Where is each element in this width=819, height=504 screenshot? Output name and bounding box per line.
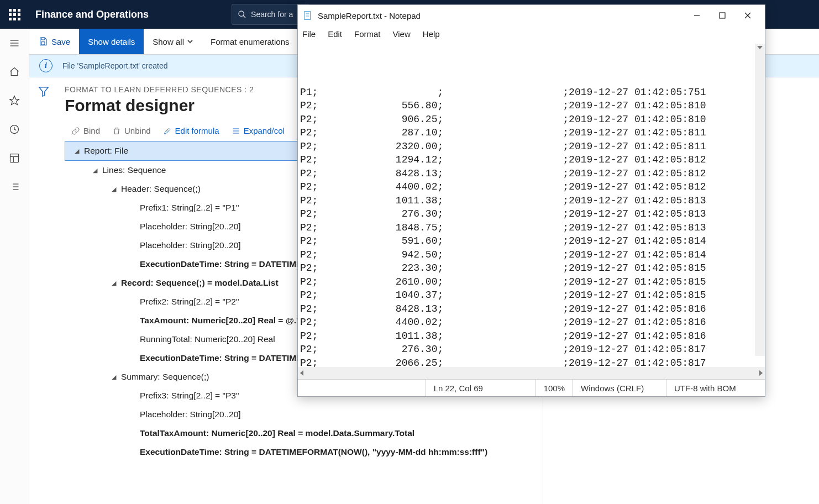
nav-workspaces-button[interactable]: [0, 144, 29, 172]
notepad-line: P1; ; ;2019-12-27 01:42:05:751: [300, 86, 765, 99]
svg-rect-16: [41, 38, 45, 40]
svg-rect-22: [305, 12, 311, 20]
bind-button[interactable]: Bind: [71, 126, 100, 135]
notepad-line: P2; 276.30; ;2019-12-27 01:42:05:817: [300, 343, 765, 356]
horizontal-scrollbar[interactable]: [298, 367, 765, 379]
nav-modules-button[interactable]: [0, 172, 29, 201]
notepad-title: SampleReport.txt - Notepad: [318, 11, 684, 20]
tree-node-label: TaxAmount: Numeric[20..20] Real = @.Valu…: [136, 316, 319, 326]
tree-node[interactable]: TotalTaxAmount: Numeric[20..20] Real = m…: [65, 424, 532, 443]
notepad-menu-item[interactable]: File: [302, 29, 316, 39]
edit-formula-button[interactable]: Edit formula: [163, 126, 219, 135]
message-text: File 'SampleReport.txt' created: [62, 61, 168, 70]
tree-caret-icon[interactable]: ◢: [91, 167, 99, 174]
notepad-line: P2; 8428.13; ;2019-12-27 01:42:05:816: [300, 302, 765, 316]
notepad-text-area[interactable]: P1; ; ;2019-12-27 01:42:05:751P2; 556.80…: [298, 44, 765, 367]
notepad-line: P2; 4400.02; ;2019-12-27 01:42:05:812: [300, 180, 765, 194]
close-button[interactable]: [735, 7, 760, 24]
nav-expand-button[interactable]: [0, 29, 29, 57]
notepad-line: P2; 1011.38; ;2019-12-27 01:42:05:816: [300, 329, 765, 343]
pencil-icon: [163, 127, 172, 135]
search-placeholder: Search for a: [251, 10, 293, 19]
tree-caret-icon[interactable]: ◢: [110, 374, 118, 381]
filter-button[interactable]: [38, 85, 50, 504]
tree-node[interactable]: Placeholder: String[20..20]: [65, 405, 532, 424]
search-icon: [238, 10, 246, 19]
tree-node-label: Record: Sequence(;) = model.Data.List: [118, 278, 279, 288]
scroll-right-arrow[interactable]: [759, 370, 763, 376]
notepad-line: P2; 1848.75; ;2019-12-27 01:42:05:813: [300, 221, 765, 235]
notepad-line: P2; 556.80; ;2019-12-27 01:42:05:810: [300, 99, 765, 113]
maximize-button[interactable]: [710, 7, 735, 24]
waffle-icon: [9, 9, 20, 20]
tree-node-label: ExecutionDateTime: String = DATETIMEFOR: [136, 353, 320, 363]
info-icon: i: [39, 59, 53, 72]
tree-node-label: Header: Sequence(;): [118, 184, 201, 194]
notepad-line: P2; 287.10; ;2019-12-27 01:42:05:811: [300, 126, 765, 140]
notepad-line: P2; 906.25; ;2019-12-27 01:42:05:810: [300, 113, 765, 127]
svg-marker-18: [39, 87, 49, 97]
tree-node-label: RunningTotal: Numeric[20..20] Real: [136, 334, 275, 344]
tree-node-label: Placeholder: String[20..20]: [136, 240, 241, 250]
status-encoding: UTF-8 with BOM: [666, 380, 765, 396]
vertical-scrollbar[interactable]: [755, 44, 765, 356]
filter-icon: [38, 85, 50, 97]
notepad-line: P2; 1011.38; ;2019-12-27 01:42:05:813: [300, 194, 765, 208]
unbind-button[interactable]: Unbind: [112, 126, 151, 135]
link-icon: [71, 127, 80, 135]
nav-favorites-button[interactable]: [0, 86, 29, 115]
notepad-titlebar[interactable]: SampleReport.txt - Notepad: [298, 5, 765, 26]
format-enumerations-button[interactable]: Format enumerations: [202, 29, 298, 54]
expand-collapse-button[interactable]: Expand/col: [232, 126, 285, 135]
nav-recent-button[interactable]: [0, 115, 29, 144]
notepad-line: P2; 8428.13; ;2019-12-27 01:42:05:812: [300, 167, 765, 181]
left-navigation-rail: [0, 29, 29, 504]
trash-icon: [112, 127, 121, 135]
save-icon: [38, 36, 48, 46]
notepad-window[interactable]: SampleReport.txt - Notepad FileEditForma…: [297, 4, 765, 397]
notepad-menu-item[interactable]: View: [393, 29, 411, 39]
svg-line-1: [243, 15, 245, 18]
tree-node-label: ExecutionDateTime: String = DATETIMEFORM…: [136, 447, 487, 457]
show-details-button[interactable]: Show details: [79, 29, 144, 54]
notepad-icon: [302, 10, 313, 21]
tree-node-label: Placeholder: String[20..20]: [136, 222, 241, 232]
notepad-menu-item[interactable]: Format: [354, 29, 381, 39]
app-launcher-button[interactable]: [0, 0, 29, 29]
notepad-menubar: FileEditFormatViewHelp: [298, 26, 765, 44]
status-zoom: 100%: [536, 380, 573, 396]
notepad-line: P2; 2610.00; ;2019-12-27 01:42:05:815: [300, 275, 765, 289]
show-all-button[interactable]: Show all: [144, 29, 202, 54]
notepad-menu-item[interactable]: Help: [423, 29, 440, 39]
scroll-left-arrow[interactable]: [300, 370, 303, 376]
tree-caret-icon[interactable]: ◢: [110, 186, 118, 193]
nav-home-button[interactable]: [0, 57, 29, 86]
svg-rect-27: [720, 13, 725, 18]
tree-node-label: Lines: Sequence: [99, 165, 166, 175]
status-line-ending: Windows (CRLF): [573, 380, 666, 396]
notepad-line: P2; 591.60; ;2019-12-27 01:42:05:814: [300, 234, 765, 248]
tree-caret-icon[interactable]: ◢: [110, 280, 118, 287]
scroll-up-arrow[interactable]: [757, 46, 763, 49]
tree-node-label: Prefix2: String[2..2] = "P2": [136, 297, 239, 307]
tree-node-label: Prefix3: String[2..2] = "P3": [136, 391, 239, 401]
notepad-line: P2; 1294.12; ;2019-12-27 01:42:05:812: [300, 153, 765, 167]
svg-rect-7: [11, 154, 19, 162]
list-icon: [232, 127, 240, 135]
save-button[interactable]: Save: [29, 29, 79, 54]
notepad-line: P2; 2066.25; ;2019-12-27 01:42:05:817: [300, 356, 765, 368]
notepad-line: P2; 2320.00; ;2019-12-27 01:42:05:811: [300, 140, 765, 154]
tree-node-label: Summary: Sequence(;): [118, 372, 209, 382]
notepad-status-bar: Ln 22, Col 69 100% Windows (CRLF) UTF-8 …: [298, 379, 765, 396]
minimize-button[interactable]: [684, 7, 710, 24]
status-position: Ln 22, Col 69: [426, 380, 536, 396]
notepad-menu-item[interactable]: Edit: [328, 29, 342, 39]
tree-node-label: Placeholder: String[20..20]: [136, 410, 241, 419]
tree-node-label: ExecutionDateTime: String = DATETIMEFOR: [136, 259, 320, 269]
tree-caret-icon[interactable]: ◢: [73, 148, 81, 155]
svg-point-0: [239, 11, 244, 16]
tree-node-label: Report: File: [81, 146, 128, 156]
tree-node[interactable]: ExecutionDateTime: String = DATETIMEFORM…: [65, 443, 532, 461]
svg-marker-5: [10, 96, 19, 105]
filter-column: [29, 77, 58, 504]
